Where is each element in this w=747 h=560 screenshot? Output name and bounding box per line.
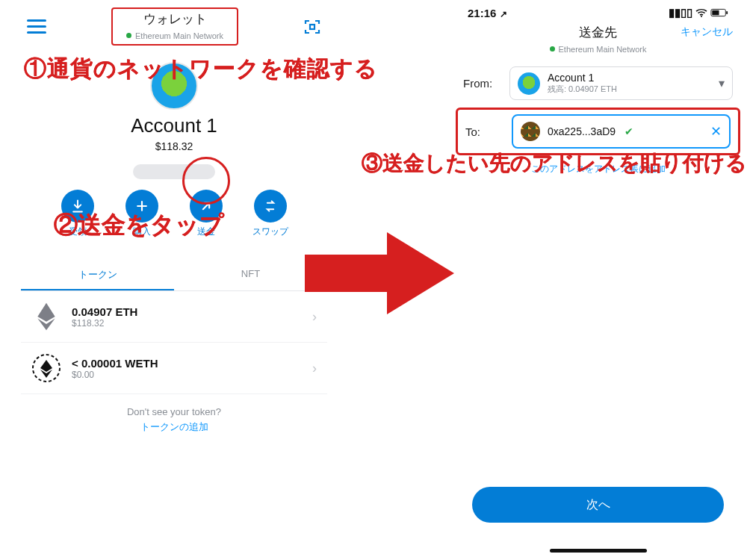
arrow-right-icon <box>305 228 454 318</box>
check-icon: ✔ <box>624 125 633 137</box>
location-icon: ↗ <box>500 9 507 19</box>
annotation-box-to: To: 0xa225...3aD9 ✔ ✕ <box>456 108 740 155</box>
header-title: ウォレット <box>126 10 223 28</box>
swap-label: スワップ <box>252 225 288 238</box>
cancel-button[interactable]: キャンセル <box>681 25 733 39</box>
status-time: 21:16 ↗ <box>468 7 507 19</box>
from-account-name: Account 1 <box>548 72 617 84</box>
to-row: To: 0xa225...3aD9 ✔ ✕ <box>462 113 734 150</box>
buy-label: 購入 <box>133 225 151 238</box>
tab-tokens[interactable]: トークン <box>21 261 174 290</box>
token-fiat: $118.32 <box>72 318 137 329</box>
token-row-weth[interactable]: < 0.00001 WETH $0.00 › <box>21 343 327 394</box>
chevron-right-icon: › <box>312 309 317 325</box>
token-fiat: $0.00 <box>72 370 158 380</box>
arrow-up-right-icon <box>190 190 223 223</box>
next-button[interactable]: 次へ <box>472 487 724 523</box>
svg-point-6 <box>701 16 702 17</box>
send-button[interactable]: 送金 <box>185 190 227 238</box>
from-meta: Account 1 残高: 0.04907 ETH <box>548 72 617 95</box>
identicon-icon <box>521 122 540 141</box>
wallet-tabs: トークン NFT <box>21 261 327 291</box>
network-status-dot <box>550 46 555 52</box>
action-buttons: 受領 購入 送金 スワップ <box>21 190 327 238</box>
add-token-link[interactable]: トークンの追加 <box>21 420 327 434</box>
from-account-selector[interactable]: Account 1 残高: 0.04907 ETH ▾ <box>509 66 733 100</box>
tab-nft[interactable]: NFT <box>174 261 327 290</box>
clear-icon[interactable]: ✕ <box>710 123 722 140</box>
from-row: From: Account 1 残高: 0.04907 ETH ▾ <box>454 60 742 106</box>
wallet-header: ウォレット Ethereum Main Network <box>21 0 327 49</box>
chevron-right-icon: › <box>312 361 317 376</box>
address-copy-pill[interactable] <box>133 164 215 179</box>
plus-icon <box>125 190 158 223</box>
network-label: Ethereum Main Network <box>550 45 647 54</box>
weth-icon <box>31 353 61 383</box>
token-meta: < 0.00001 WETH $0.00 <box>72 357 158 380</box>
account-avatar[interactable] <box>150 62 198 110</box>
missing-token-text: Don't see your token? <box>21 406 327 417</box>
buy-button[interactable]: 購入 <box>121 190 163 238</box>
token-meta: 0.04907 ETH $118.32 <box>72 305 137 329</box>
svg-rect-8 <box>712 10 719 14</box>
account-avatar-small <box>518 72 540 95</box>
from-label: From: <box>463 77 502 90</box>
network-name: Ethereum Main Network <box>559 45 647 54</box>
token-amount: < 0.00001 WETH <box>72 357 158 370</box>
swap-button[interactable]: スワップ <box>249 190 291 238</box>
status-icons: ▮▮▯▯ <box>669 6 728 19</box>
token-row-eth[interactable]: 0.04907 ETH $118.32 › <box>21 291 327 343</box>
send-label: 送金 <box>197 225 215 238</box>
token-amount: 0.04907 ETH <box>72 305 137 318</box>
home-indicator <box>550 549 647 553</box>
account-name: Account 1 <box>21 114 327 137</box>
chevron-down-icon: ▾ <box>719 76 725 90</box>
menu-icon[interactable] <box>27 19 46 34</box>
svg-rect-0 <box>310 25 314 29</box>
send-to-screen: 21:16 ↗ ▮▮▯▯ 送金先 Ethereum Main Network キ… <box>454 0 742 560</box>
fiat-balance: $118.32 <box>21 140 327 152</box>
qr-scan-icon[interactable] <box>303 18 321 36</box>
network-selector[interactable]: ウォレット Ethereum Main Network <box>111 7 238 46</box>
clock-text: 21:16 <box>468 7 496 19</box>
swap-icon <box>254 190 287 223</box>
network-name: Ethereum Main Network <box>135 31 223 40</box>
signal-icon: ▮▮▯▯ <box>669 6 692 19</box>
from-balance: 残高: 0.04907 ETH <box>548 84 617 95</box>
save-address-link[interactable]: このアドレスをアドレス帳に追加 <box>454 163 742 175</box>
wifi-icon <box>695 7 707 19</box>
svg-marker-4 <box>40 360 52 372</box>
svg-rect-9 <box>726 11 728 14</box>
send-header: 送金先 Ethereum Main Network キャンセル <box>454 21 742 60</box>
wallet-screen: ウォレット Ethereum Main Network Account 1 $1… <box>21 0 327 448</box>
battery-icon <box>710 7 728 19</box>
network-label: Ethereum Main Network <box>126 31 223 40</box>
to-label: To: <box>465 125 504 138</box>
network-status-dot <box>126 33 131 38</box>
receive-button[interactable]: 受領 <box>57 190 99 238</box>
svg-marker-1 <box>37 303 55 322</box>
receive-label: 受領 <box>69 225 87 238</box>
add-token-footer: Don't see your token? トークンの追加 <box>21 394 327 438</box>
to-address-text: 0xa225...3aD9 <box>548 125 616 137</box>
status-bar: 21:16 ↗ ▮▮▯▯ <box>454 0 742 21</box>
eth-icon <box>31 302 61 332</box>
download-icon <box>61 190 94 223</box>
svg-marker-10 <box>305 232 454 314</box>
to-address-input[interactable]: 0xa225...3aD9 ✔ ✕ <box>512 114 731 149</box>
